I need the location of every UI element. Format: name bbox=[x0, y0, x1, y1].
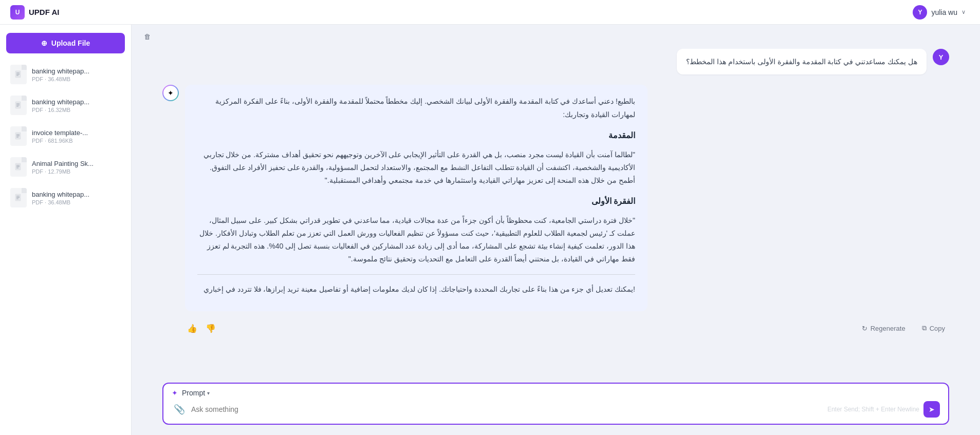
ai-heading-intro: المقدمة bbox=[197, 128, 635, 143]
ai-bubble: بالطبع! دعني أساعدك في كتابة المقدمة وال… bbox=[185, 85, 648, 311]
attach-button[interactable]: 📎 bbox=[172, 402, 187, 417]
prompt-label: Prompt bbox=[182, 389, 205, 397]
delete-button[interactable]: 🗑 bbox=[142, 31, 153, 43]
upload-label: Upload File bbox=[51, 39, 90, 47]
input-area: ✦ Prompt ▾ 📎 Enter Send; Shift + Enter N… bbox=[132, 376, 980, 435]
logo-icon: U bbox=[10, 5, 25, 20]
ai-action-buttons: ↻ Regenerate ⧉ Copy bbox=[858, 322, 949, 334]
app-title: UPDF AI bbox=[29, 8, 59, 16]
header: U UPDF AI Y yulia wu ∨ bbox=[0, 0, 980, 25]
copy-icon: ⧉ bbox=[922, 324, 927, 332]
file-item[interactable]: banking whitepap... PDF · 36.48MB bbox=[6, 60, 125, 89]
ai-feedback: 👍 👎 bbox=[185, 321, 218, 335]
file-item[interactable]: Animal Painting Sk... PDF · 12.79MB bbox=[6, 152, 125, 182]
thumbs-down-button[interactable]: 👎 bbox=[204, 321, 218, 335]
user-bubble: هل يمكنك مساعدتني في كتابة المقدمة والفق… bbox=[677, 49, 927, 74]
file-info: banking whitepap... PDF · 16.32MB bbox=[32, 98, 89, 113]
regenerate-icon: ↻ bbox=[862, 325, 867, 332]
chat-area: 🗑 هل يمكنك مساعدتني في كتابة المقدمة وال… bbox=[132, 25, 980, 435]
file-icon bbox=[10, 126, 27, 146]
input-row: 📎 Enter Send; Shift + Enter Newline ➤ bbox=[163, 397, 948, 424]
file-info: banking whitepap... PDF · 36.48MB bbox=[32, 67, 89, 82]
input-header: ✦ Prompt ▾ bbox=[163, 384, 948, 397]
file-info: invoice template-... PDF · 681.96KB bbox=[32, 129, 88, 144]
file-name: banking whitepap... bbox=[32, 98, 89, 106]
send-button[interactable]: ➤ bbox=[923, 401, 940, 418]
chat-messages: هل يمكنك مساعدتني في كتابة المقدمة والفق… bbox=[132, 49, 980, 376]
file-meta: PDF · 12.79MB bbox=[32, 168, 94, 175]
divider bbox=[197, 274, 635, 275]
file-icon bbox=[10, 157, 27, 177]
chat-toolbar: 🗑 bbox=[132, 25, 980, 49]
sparkle-icon: ✦ bbox=[172, 389, 178, 397]
file-name: banking whitepap... bbox=[32, 191, 89, 198]
upload-button[interactable]: ⊕ Upload File bbox=[6, 33, 125, 53]
file-name: banking whitepap... bbox=[32, 67, 89, 75]
input-hint: Enter Send; Shift + Enter Newline bbox=[827, 406, 919, 413]
regenerate-button[interactable]: ↻ Regenerate bbox=[858, 323, 910, 334]
app-logo: U UPDF AI bbox=[10, 5, 59, 20]
avatar: Y bbox=[913, 5, 927, 20]
ai-actions: 👍 👎 ↻ Regenerate ⧉ Copy bbox=[185, 319, 949, 335]
ai-message: ✦ بالطبع! دعني أساعدك في كتابة المقدمة و… bbox=[162, 85, 949, 335]
user-message: هل يمكنك مساعدتني في كتابة المقدمة والفق… bbox=[162, 49, 949, 74]
ai-para-text: "خلال فترة دراستي الجامعية، كنت محظوظاً … bbox=[197, 214, 635, 266]
ai-footer: !يمكنك تعديل أي جزء من هذا بناءً على تجا… bbox=[197, 283, 635, 296]
thumbs-up-button[interactable]: 👍 bbox=[185, 321, 199, 335]
attach-icon: 📎 bbox=[174, 404, 185, 414]
file-name: invoice template-... bbox=[32, 129, 88, 137]
chevron-down-icon: ▾ bbox=[207, 390, 210, 396]
copy-label: Copy bbox=[930, 325, 945, 332]
file-item[interactable]: banking whitepap... PDF · 16.32MB bbox=[6, 90, 125, 120]
file-meta: PDF · 36.48MB bbox=[32, 199, 89, 205]
file-item[interactable]: invoice template-... PDF · 681.96KB bbox=[6, 121, 125, 151]
main-layout: ⊕ Upload File banking whitepap... PDF · … bbox=[0, 25, 980, 435]
file-meta: PDF · 16.32MB bbox=[32, 107, 89, 113]
user-name: yulia wu bbox=[931, 8, 957, 16]
ai-avatar: ✦ bbox=[162, 85, 179, 101]
file-meta: PDF · 681.96KB bbox=[32, 138, 88, 144]
upload-plus-icon: ⊕ bbox=[41, 39, 47, 47]
file-info: Animal Painting Sk... PDF · 12.79MB bbox=[32, 160, 94, 175]
copy-button[interactable]: ⧉ Copy bbox=[918, 322, 949, 334]
regenerate-label: Regenerate bbox=[871, 325, 905, 332]
file-icon bbox=[10, 188, 27, 207]
user-avatar-message: Y bbox=[933, 49, 949, 65]
prompt-dropdown[interactable]: Prompt ▾ bbox=[182, 389, 210, 397]
file-info: banking whitepap... PDF · 36.48MB bbox=[32, 191, 89, 205]
input-container: ✦ Prompt ▾ 📎 Enter Send; Shift + Enter N… bbox=[162, 383, 949, 425]
user-menu[interactable]: Y yulia wu ∨ bbox=[909, 3, 970, 22]
message-input[interactable] bbox=[191, 405, 823, 413]
file-icon bbox=[10, 65, 27, 84]
ai-intro: بالطبع! دعني أساعدك في كتابة المقدمة وال… bbox=[197, 95, 635, 121]
send-icon: ➤ bbox=[929, 405, 935, 413]
file-item[interactable]: banking whitepap... PDF · 36.48MB bbox=[6, 183, 125, 213]
delete-icon: 🗑 bbox=[144, 33, 151, 41]
user-message-text: هل يمكنك مساعدتني في كتابة المقدمة والفق… bbox=[686, 58, 917, 66]
file-meta: PDF · 36.48MB bbox=[32, 76, 89, 82]
sidebar: ⊕ Upload File banking whitepap... PDF · … bbox=[0, 25, 132, 435]
ai-heading-para: الفقرة الأولى bbox=[197, 194, 635, 209]
ai-intro-text: "لطالما آمنت بأن القيادة ليست مجرد منصب،… bbox=[197, 148, 635, 187]
file-list: banking whitepap... PDF · 36.48MB bankin… bbox=[6, 60, 125, 213]
file-name: Animal Painting Sk... bbox=[32, 160, 94, 167]
chevron-down-icon: ∨ bbox=[961, 9, 966, 15]
file-icon bbox=[10, 96, 27, 115]
